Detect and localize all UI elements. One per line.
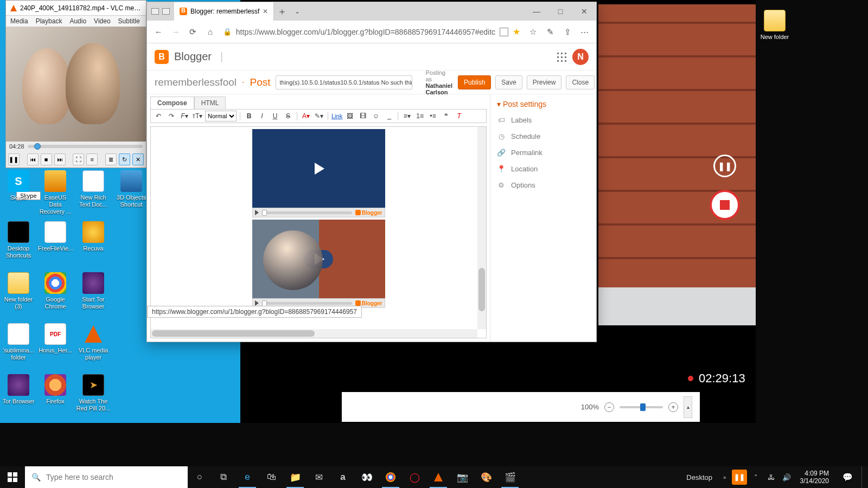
desktop-icon-richtext[interactable]: New Rich Text Doc...	[76, 170, 111, 208]
tray-volume-icon[interactable]: 🔊	[781, 473, 793, 481]
vlc-seek-bar[interactable]: 04:28	[6, 142, 146, 151]
desktop-icon-skype[interactable]: SSkype	[1, 170, 36, 201]
nav-back-button[interactable]: ←	[154, 27, 163, 36]
desktop-icon-watch-redpill[interactable]: ➤Watch The Red Pill 20...	[76, 374, 111, 412]
font-family-button[interactable]: F▾	[179, 111, 190, 121]
preview-button[interactable]: Preview	[527, 75, 562, 89]
desktop-icon-3dobjects[interactable]: 3D Objects Shortcut	[114, 170, 149, 208]
bullist-button[interactable]: •≡	[427, 111, 438, 121]
tray-clock[interactable]: 4:09 PM 3/14/2020	[796, 470, 833, 485]
settings-menu-button[interactable]: ⋯	[580, 27, 590, 37]
account-avatar[interactable]: N	[572, 49, 589, 65]
notes-button[interactable]: ✎	[545, 27, 555, 37]
desktop-icon-chrome[interactable]: Google Chrome	[38, 272, 73, 310]
google-apps-button[interactable]	[556, 52, 567, 62]
underline-button[interactable]: U	[270, 111, 280, 121]
desktop-icon-vlc[interactable]: VLC media player	[76, 323, 111, 361]
window-minimize-button[interactable]: —	[525, 2, 548, 21]
tray-network-icon[interactable]: 🖧	[765, 473, 777, 481]
desktop-toolbar-chevron[interactable]: »	[721, 474, 729, 480]
align-button[interactable]: ≡▾	[401, 111, 412, 121]
desktop-icon-new-folder-3[interactable]: New folder (3)	[1, 272, 36, 310]
play-icon[interactable]	[304, 250, 333, 268]
sidebar-item-options[interactable]: ⚙Options	[490, 177, 596, 193]
heading-select[interactable]: Normal	[205, 111, 237, 121]
vlc-menu-audio[interactable]: Audio	[69, 17, 86, 25]
taskbar-app-recorder[interactable]: 🎬	[498, 466, 522, 488]
redo-button[interactable]: ↷	[166, 111, 177, 121]
taskbar-app-edge[interactable]: e	[235, 466, 259, 488]
desktop-icon-recuva[interactable]: Recuva	[76, 221, 111, 252]
vlc-menu-media[interactable]: Media	[10, 17, 28, 25]
taskbar-app-explorer[interactable]: 📁	[283, 466, 307, 488]
link-button[interactable]: Link	[331, 113, 342, 119]
scroll-up-button[interactable]: ▴	[684, 396, 692, 418]
undo-button[interactable]: ↶	[153, 111, 164, 121]
vlc-titlebar[interactable]: 240P_400K_149118782.mp4 - VLC media play…	[6, 1, 146, 16]
tray-overflow-button[interactable]: ˄	[750, 473, 762, 481]
html-tab[interactable]: HTML	[194, 97, 226, 109]
emoji-button[interactable]: ☺	[371, 111, 381, 121]
taskbar-app-paint[interactable]: 🎨	[474, 466, 498, 488]
video-1-controls[interactable]: Blogger	[252, 208, 385, 217]
task-view-button[interactable]: ⧉	[212, 466, 235, 488]
share-button[interactable]: ⇪	[563, 27, 572, 37]
nav-home-button[interactable]: ⌂	[206, 27, 215, 36]
favorites-button[interactable]: ☆	[528, 27, 538, 37]
sidebar-item-location[interactable]: 📍Location	[490, 160, 596, 177]
vlc-fullscreen-button[interactable]: ⛶	[73, 153, 84, 165]
taskbar-app-chrome[interactable]	[379, 466, 403, 488]
zoom-slider[interactable]	[620, 406, 663, 408]
vlc-menu-video[interactable]: Video	[94, 17, 110, 25]
quote-button[interactable]: ❝	[441, 111, 451, 121]
post-title-input[interactable]: thing(s).10.5.0.1/status10.5.0.1/status …	[276, 75, 412, 89]
taskbar-app-store[interactable]: 🛍	[259, 466, 283, 488]
tabs-dropdown-button[interactable]: ⌄	[290, 2, 304, 21]
blog-name-link[interactable]: rememberlessfool	[155, 76, 237, 88]
window-close-button[interactable]: ✕	[572, 2, 596, 21]
favorite-star-icon[interactable]: ★	[513, 27, 520, 37]
show-desktop-peek[interactable]	[861, 466, 865, 488]
embedded-video-1[interactable]: Blogger	[252, 129, 385, 217]
publish-button[interactable]: Publish	[458, 75, 491, 89]
blogger-logo-icon[interactable]: B	[155, 50, 169, 64]
play-icon[interactable]	[304, 159, 333, 178]
cortana-button[interactable]: ○	[188, 466, 212, 488]
vlc-next-button[interactable]: ⏭	[54, 153, 66, 165]
edge-tab-actions[interactable]	[147, 2, 174, 21]
vlc-loop-button[interactable]: ↻	[119, 153, 130, 165]
blogger-brand[interactable]: Blogger	[174, 50, 212, 63]
desktop-icon-subliminal-folder[interactable]: 'sublimina... folder	[1, 323, 36, 361]
vlc-menu-playback[interactable]: Playback	[36, 17, 62, 25]
vlc-window[interactable]: 240P_400K_149118782.mp4 - VLC media play…	[5, 0, 146, 168]
window-maximize-button[interactable]: □	[548, 2, 572, 21]
tray-recorder-icon[interactable]: ❚❚	[732, 470, 747, 485]
numlist-button[interactable]: 1≡	[414, 111, 425, 121]
sidebar-item-permalink[interactable]: 🔗Permalink	[490, 144, 596, 160]
vlc-prev-button[interactable]: ⏮	[27, 153, 39, 165]
taskbar-search[interactable]: 🔍 Type here to search	[25, 466, 188, 488]
save-button[interactable]: Save	[495, 75, 522, 89]
video-2-slider[interactable]	[262, 302, 352, 305]
vlc-playlist-button[interactable]: ≣	[105, 153, 117, 165]
start-button[interactable]	[0, 466, 25, 488]
browser-tab-blogger[interactable]: Blogger: rememberlessf ✕	[174, 2, 274, 21]
font-size-button[interactable]: тT▾	[192, 111, 203, 121]
nav-forward-button[interactable]: →	[171, 27, 181, 36]
desktop-icon-firefox[interactable]: Firefox	[38, 374, 73, 405]
clear-format-button[interactable]: T	[454, 111, 464, 121]
video-1-slider[interactable]	[262, 211, 352, 214]
pagebreak-button[interactable]: ⎯	[384, 111, 394, 121]
sidebar-header[interactable]: Post settings	[490, 94, 596, 112]
desktop-icon-tor-browser[interactable]: Tor Browser	[1, 374, 36, 405]
sidebar-item-labels[interactable]: 🏷Labels	[490, 112, 596, 128]
italic-button[interactable]: I	[257, 111, 267, 121]
address-bar[interactable]: 🔒 https://www.blogger.com/u/1/blogger.g?…	[223, 27, 520, 37]
text-color-button[interactable]: A▾	[301, 111, 311, 121]
embedded-video-2[interactable]: Blogger	[252, 220, 385, 308]
sidebar-item-schedule[interactable]: ◷Schedule	[490, 128, 596, 144]
vlc-shuffle-button[interactable]: ✕	[132, 153, 144, 165]
taskbar-app-camera[interactable]: 📷	[450, 466, 474, 488]
highlight-button[interactable]: ✎▾	[314, 111, 324, 121]
edge-browser-window[interactable]: Blogger: rememberlessf ✕ ＋ ⌄ — □ ✕ ← → ⟳…	[146, 2, 597, 342]
